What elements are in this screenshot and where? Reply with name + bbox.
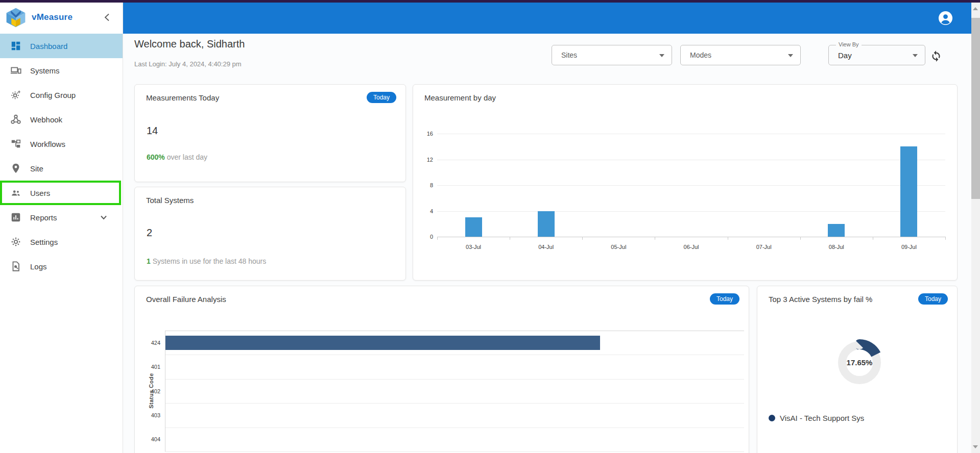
- gridline: [437, 134, 945, 134]
- top-header-bar: [123, 3, 971, 34]
- sidebar-collapse-button[interactable]: [101, 12, 112, 23]
- view-by-label: View By: [836, 41, 862, 47]
- vmeasure-logo-icon: [5, 7, 27, 28]
- y-tick-label: 16: [413, 131, 433, 137]
- today-badge: Today: [918, 293, 948, 305]
- gridline: [165, 427, 744, 428]
- dropdown-caret-icon: [659, 54, 664, 57]
- browser-top-edge: [0, 0, 980, 3]
- gridline: [165, 451, 744, 452]
- sidebar-item-label: Dashboard: [30, 42, 67, 51]
- y-tick-label: 403: [135, 412, 160, 418]
- bar: [900, 146, 917, 237]
- measurements-today-card: Measurements Today Today 14 600% over la…: [134, 84, 406, 182]
- y-tick-label: 424: [135, 340, 160, 346]
- fail-percent-donut-chart: 17.65%: [824, 327, 895, 398]
- modes-select-label: Modes: [690, 51, 711, 59]
- account-circle-icon[interactable]: [938, 11, 953, 26]
- gridline: [165, 379, 744, 380]
- sidebar-item-label: Users: [30, 189, 50, 197]
- delta-percent: 600%: [147, 153, 165, 161]
- sidebar-item-label: Site: [30, 164, 43, 173]
- sidebar-header: vMeasure: [0, 3, 123, 32]
- sidebar-item-logs[interactable]: Logs: [0, 254, 123, 279]
- gridline: [437, 211, 945, 212]
- gridline: [437, 185, 945, 186]
- chart-title: Top 3 Active Systems by fail %: [769, 295, 872, 304]
- donut-center-label: 17.65%: [847, 358, 873, 367]
- location-pin-icon: [10, 163, 21, 174]
- gear-icon: [10, 236, 21, 247]
- legend-label: VisAI - Tech Support Sys: [780, 414, 864, 422]
- gridline: [165, 331, 744, 331]
- sidebar-item-settings[interactable]: Settings: [0, 230, 123, 254]
- sidebar-nav: Dashboard Systems Config Group: [0, 34, 123, 279]
- page-scrollbar[interactable]: [971, 3, 980, 453]
- workflow-tree-icon: [10, 138, 21, 149]
- sidebar-item-workflows[interactable]: Workflows: [0, 132, 123, 156]
- view-by-select[interactable]: View By Day: [828, 45, 925, 65]
- devices-icon: [10, 65, 21, 76]
- y-tick-label: 401: [135, 364, 160, 370]
- systems-in-use-suffix: Systems in use for the last 48 hours: [151, 257, 266, 265]
- measurement-by-day-plot: 161284003-Jul04-Jul05-Jul06-Jul07-Jul08-…: [413, 85, 958, 281]
- bar-chart-box-icon: [10, 212, 21, 223]
- x-tick: [728, 237, 728, 240]
- x-tick: [873, 237, 873, 240]
- sidebar-item-label: Config Group: [30, 91, 76, 99]
- sidebar-item-config-group[interactable]: Config Group: [0, 83, 123, 107]
- webhook-icon: [10, 114, 21, 125]
- dashboard-icon: [10, 40, 21, 52]
- sidebar-item-label: Logs: [30, 262, 47, 271]
- sidebar-item-label: Settings: [30, 238, 58, 246]
- chevron-down-icon: [100, 214, 107, 221]
- app-title: vMeasure: [32, 12, 73, 22]
- dropdown-caret-icon: [788, 54, 793, 57]
- x-tick-label: 06-Jul: [671, 244, 712, 250]
- card-title: Total Systems: [146, 196, 194, 205]
- modes-select[interactable]: Modes: [680, 45, 801, 65]
- sidebar-item-users[interactable]: Users: [0, 181, 123, 205]
- total-systems-foot: 1 Systems in use for the last 48 hours: [147, 257, 266, 265]
- sidebar-item-reports[interactable]: Reports: [0, 205, 123, 230]
- measurements-today-delta: 600% over last day: [147, 153, 207, 161]
- x-tick: [582, 237, 583, 240]
- overall-failure-analysis-card: Overall Failure Analysis Today Status Co…: [134, 286, 749, 453]
- x-tick: [800, 237, 801, 240]
- gridline: [437, 160, 945, 160]
- sidebar-item-label: Reports: [30, 213, 57, 222]
- bar: [538, 211, 555, 237]
- bar: [465, 217, 482, 237]
- x-tick: [945, 237, 946, 240]
- y-tick-label: 404: [135, 436, 160, 442]
- systems-in-use-count: 1: [147, 257, 151, 265]
- gridline: [437, 237, 945, 237]
- top-active-systems-card: Top 3 Active Systems by fail % Today 17.…: [757, 286, 958, 453]
- scrollbar-thumb[interactable]: [971, 18, 980, 199]
- measurements-today-value: 14: [147, 125, 158, 137]
- refresh-icon[interactable]: [929, 49, 943, 62]
- sidebar-item-site[interactable]: Site: [0, 156, 123, 181]
- sidebar: vMeasure Dashboard Systems: [0, 3, 123, 453]
- x-tick: [437, 237, 438, 240]
- log-search-icon: [10, 261, 21, 272]
- scroll-up-icon[interactable]: [973, 7, 978, 10]
- scroll-down-icon[interactable]: [973, 445, 978, 448]
- x-tick-label: 07-Jul: [744, 244, 784, 250]
- total-systems-card: Total Systems 2 1 Systems in use for the…: [134, 187, 406, 281]
- x-tick: [510, 237, 510, 240]
- last-login-text: Last Login: July 4, 2024, 4:40:29 pm: [134, 60, 242, 68]
- x-tick-label: 09-Jul: [889, 244, 929, 250]
- dropdown-caret-icon: [913, 54, 918, 57]
- sidebar-item-systems[interactable]: Systems: [0, 58, 123, 83]
- x-tick-label: 03-Jul: [453, 244, 494, 250]
- sidebar-item-dashboard[interactable]: Dashboard: [0, 34, 123, 58]
- people-icon: [10, 187, 21, 198]
- gridline: [165, 403, 744, 404]
- sidebar-item-webhook[interactable]: Webhook: [0, 107, 123, 132]
- failure-analysis-plot: 424401402403404: [135, 286, 750, 453]
- y-tick-label: 12: [413, 157, 433, 163]
- sites-select-label: Sites: [561, 51, 577, 59]
- sidebar-item-label: Workflows: [30, 140, 65, 148]
- sites-select[interactable]: Sites: [552, 45, 672, 65]
